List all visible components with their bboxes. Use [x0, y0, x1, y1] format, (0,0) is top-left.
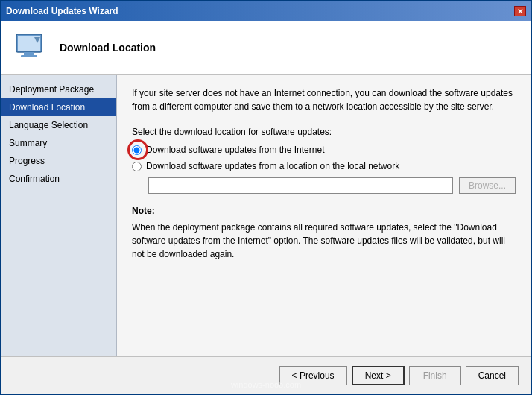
next-button[interactable]: Next >	[352, 366, 405, 385]
previous-button[interactable]: < Previous	[279, 366, 347, 385]
sidebar-item-download-location[interactable]: Download Location	[1, 98, 116, 116]
sidebar: Deployment Package Download Location Lan…	[1, 75, 117, 356]
note-text: When the deployment package contains all…	[132, 221, 516, 261]
radio-local-label[interactable]: Download software updates from a locatio…	[146, 161, 399, 171]
svg-rect-2	[24, 52, 34, 55]
sidebar-item-confirmation[interactable]: Confirmation	[1, 170, 116, 188]
main-content: If your site server does not have an Int…	[117, 75, 531, 356]
sidebar-item-language-selection[interactable]: Language Selection	[1, 116, 116, 134]
title-bar: Download Updates Wizard ✕	[1, 1, 531, 21]
select-label: Select the download location for softwar…	[132, 127, 516, 137]
sidebar-item-progress[interactable]: Progress	[1, 152, 116, 170]
browse-button[interactable]: Browse...	[459, 177, 516, 194]
finish-button[interactable]: Finish	[409, 366, 461, 385]
network-path-input[interactable]	[148, 177, 453, 194]
radio-local[interactable]	[132, 162, 142, 171]
local-network-row: Browse...	[148, 177, 516, 194]
content-area: Deployment Package Download Location Lan…	[1, 75, 531, 356]
radio-local-option[interactable]: Download software updates from a locatio…	[132, 161, 516, 171]
footer: < Previous Next > Finish Cancel	[1, 356, 531, 394]
header-title: Download Location	[60, 42, 156, 54]
wizard-window: Download Updates Wizard ✕ Download Locat…	[0, 0, 532, 395]
header-area: Download Location	[1, 21, 531, 75]
cancel-button[interactable]: Cancel	[466, 366, 519, 385]
note-section: Note: When the deployment package contai…	[132, 206, 516, 261]
radio-internet-label[interactable]: Download software updates from the Inter…	[146, 145, 324, 155]
radio-internet-option[interactable]: Download software updates from the Inter…	[132, 145, 516, 155]
radio-internet[interactable]	[132, 145, 142, 155]
sidebar-item-deployment-package[interactable]: Deployment Package	[1, 80, 116, 98]
wizard-icon	[13, 30, 49, 66]
window-title: Download Updates Wizard	[6, 6, 118, 16]
note-label: Note:	[132, 206, 516, 216]
close-button[interactable]: ✕	[514, 6, 526, 16]
sidebar-item-summary[interactable]: Summary	[1, 134, 116, 152]
svg-rect-3	[21, 55, 37, 57]
description-text: If your site server does not have an Int…	[132, 86, 516, 113]
